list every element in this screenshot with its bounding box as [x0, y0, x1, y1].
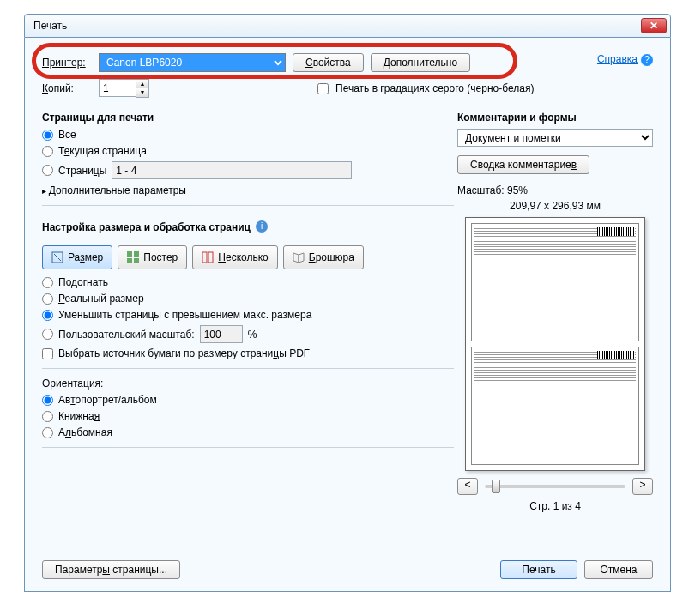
spin-down-icon: ▼ [136, 88, 148, 97]
svg-rect-4 [134, 258, 139, 263]
preview-page-lower [471, 347, 639, 465]
grayscale-label: Печать в градациях серого (черно-белая) [335, 82, 534, 94]
copies-label: Копий: [42, 82, 92, 94]
multiple-icon [202, 251, 214, 263]
paper-source-checkbox[interactable] [42, 348, 53, 359]
sizing-section-title: Настройка размера и обработка страниц [42, 221, 251, 233]
svg-rect-2 [134, 251, 139, 257]
booklet-icon [293, 251, 305, 263]
shrink-radio[interactable] [42, 310, 53, 321]
booklet-tab[interactable]: Брошюра [283, 245, 364, 269]
print-dialog: Печать ✕ Справка? Принтер: Canon LBP6020… [0, 0, 695, 616]
svg-rect-1 [127, 251, 132, 257]
svg-rect-0 [52, 252, 63, 263]
pages-current-radio[interactable] [42, 146, 53, 157]
properties-button[interactable]: Свойства [293, 53, 364, 72]
preview-slider[interactable] [485, 485, 626, 488]
dialog-content: Справка? Принтер: Canon LBP6020 Свойства… [24, 38, 671, 592]
help-icon: ? [641, 54, 653, 66]
print-preview [465, 217, 645, 471]
poster-tab[interactable]: Постер [118, 245, 187, 269]
spin-up-icon: ▲ [136, 80, 148, 88]
multiple-tab[interactable]: Несколько [192, 245, 277, 269]
scale-label: Масштаб: 95% [457, 184, 653, 196]
orient-portrait-radio[interactable] [42, 411, 53, 422]
preview-dimensions: 209,97 x 296,93 мм [457, 200, 653, 212]
pages-all-radio[interactable] [42, 130, 53, 141]
copies-input[interactable] [99, 79, 136, 97]
page-setup-button[interactable]: Параметры страницы... [42, 560, 180, 579]
print-button[interactable]: Печать [500, 560, 577, 579]
pages-range-input[interactable] [112, 161, 352, 179]
grayscale-checkbox[interactable] [317, 83, 329, 94]
advanced-button[interactable]: Дополнительно [371, 53, 470, 72]
custom-scale-input[interactable] [200, 325, 243, 343]
printer-select[interactable]: Canon LBP6020 [99, 53, 286, 72]
svg-rect-5 [202, 252, 207, 263]
pages-section-title: Страницы для печати [42, 112, 454, 124]
size-tab[interactable]: Размер [42, 245, 112, 269]
close-button[interactable]: ✕ [641, 18, 667, 33]
preview-prev-button[interactable]: < [457, 478, 478, 495]
orient-landscape-radio[interactable] [42, 427, 53, 438]
custom-radio[interactable] [42, 329, 53, 340]
titlebar: Печать ✕ [24, 14, 671, 38]
cancel-button[interactable]: Отмена [584, 560, 653, 579]
copies-spinner[interactable]: ▲▼ [99, 79, 149, 98]
preview-next-button[interactable]: > [632, 478, 653, 495]
help-link[interactable]: Справка? [597, 53, 653, 66]
comments-summary-button[interactable]: Сводка комментариев [457, 155, 589, 174]
orientation-title: Ориентация: [42, 377, 454, 390]
preview-page-upper [471, 223, 639, 341]
info-icon[interactable]: i [256, 220, 268, 233]
pages-more-disclosure[interactable]: Дополнительные параметры [42, 184, 454, 196]
orient-auto-radio[interactable] [42, 395, 53, 406]
poster-icon [127, 251, 139, 263]
svg-rect-6 [208, 252, 213, 263]
actual-radio[interactable] [42, 293, 53, 305]
comments-section-title: Комментарии и формы [457, 112, 653, 124]
slider-thumb[interactable] [492, 480, 500, 493]
size-icon [51, 251, 63, 263]
preview-page-info: Стр. 1 из 4 [457, 500, 653, 512]
svg-rect-3 [127, 258, 132, 263]
pages-range-radio[interactable] [42, 165, 53, 176]
comments-select[interactable]: Документ и пометки [457, 129, 653, 147]
fit-radio[interactable] [42, 277, 53, 288]
window-title: Печать [33, 20, 641, 32]
printer-label: Принтер: [42, 57, 92, 69]
